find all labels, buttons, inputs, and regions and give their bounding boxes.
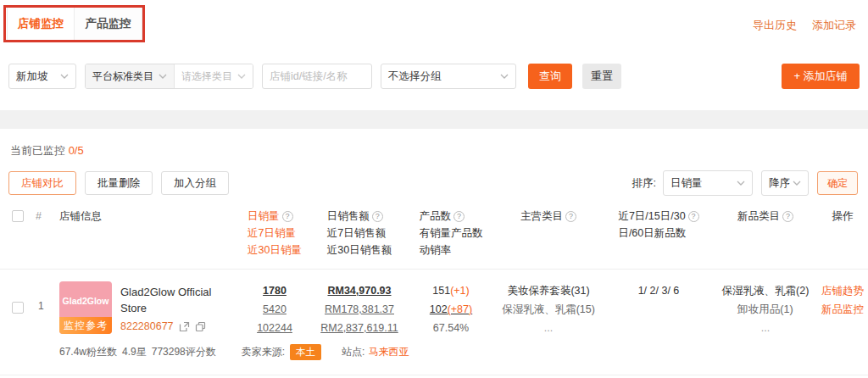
new-items-cell: 1/ 2/ 3/ 6: [604, 281, 714, 337]
store-name[interactable]: Glad2Glow Official Store: [120, 284, 239, 316]
chevron-down-icon: [237, 74, 246, 79]
sort-field-select[interactable]: 日销量: [663, 170, 753, 196]
followers-count: 67.4w粉丝数: [59, 345, 117, 359]
help-icon[interactable]: ?: [372, 211, 383, 222]
col-sales-header[interactable]: 日销量? 近7日销量 近30日销量: [239, 208, 310, 258]
amount-30d-value[interactable]: RM2,837,619.11: [320, 322, 398, 334]
product-count-delta: (+1): [450, 285, 470, 297]
help-icon[interactable]: ?: [282, 211, 293, 222]
col-products-header[interactable]: 产品数? 有销量产品数 动销率: [409, 208, 493, 258]
main-category-2: 保湿乳液、乳霜(15): [493, 300, 604, 319]
col-new-category-header: 新品类目?: [714, 208, 817, 258]
region-select-value: 新加坡: [16, 69, 48, 84]
site-value[interactable]: 马来西亚: [368, 345, 409, 359]
daily-sales-value[interactable]: 1780: [263, 285, 287, 297]
add-to-group-button[interactable]: 加入分组: [161, 171, 229, 195]
reviews-count: 773298评分数: [152, 345, 216, 359]
rating-value: 4.9星: [122, 345, 147, 359]
row-index: 1: [31, 281, 53, 337]
category-type-value: 平台标准类目: [92, 69, 153, 84]
main-category-cell: 美妆保养套装(31) 保湿乳液、乳霜(15) ...: [493, 281, 604, 337]
seller-source-badge: 本土: [290, 344, 321, 360]
filter-bar: 新加坡 平台标准类目 请选择类目 不选择分组 查询 重置 + 添加店铺: [8, 64, 860, 89]
table-row: 1 Glad2Glow 监控参考 Glad2Glow Official Stor…: [0, 270, 868, 337]
reset-button[interactable]: 重置: [582, 64, 621, 89]
action-cell: 店铺趋势 新品监控: [817, 281, 868, 337]
category-compound-select: 平台标准类目 请选择类目: [85, 64, 253, 89]
store-trend-link[interactable]: 店铺趋势: [817, 281, 868, 300]
chevron-down-icon: [60, 74, 69, 79]
new-category-2: 卸妆用品(1): [714, 300, 817, 319]
sort-order-select[interactable]: 降序: [761, 170, 809, 196]
copy-icon[interactable]: [195, 321, 206, 332]
products-cell: 151(+1) 102(+87) 67.54%: [409, 281, 493, 337]
chevron-down-icon: [159, 74, 167, 79]
sell-through-rate: 67.54%: [433, 322, 469, 334]
main-category-more[interactable]: ...: [493, 319, 604, 337]
col-index-header: #: [31, 208, 53, 258]
amount-7d-value[interactable]: RM178,381.37: [325, 303, 394, 315]
select-all-checkbox[interactable]: [12, 210, 24, 222]
row-checkbox[interactable]: [12, 302, 24, 314]
store-id[interactable]: 822280677: [120, 320, 174, 332]
help-icon[interactable]: ?: [453, 211, 465, 222]
sales-cell: 1780 5420 102244: [239, 281, 310, 337]
table-header-row: # 店铺信息 日销量? 近7日销量 近30日销量 日销售额? 近7日销售额 近3…: [0, 208, 868, 270]
sort-order-value: 降序: [769, 176, 790, 191]
tab-product-monitor[interactable]: 产品监控: [75, 7, 142, 41]
store-search-field: [262, 64, 372, 89]
external-link-icon[interactable]: [179, 321, 190, 332]
col-amount-header[interactable]: 日销售额? 近7日销售额 近30日销售额: [310, 208, 409, 258]
tab-product-monitor-label: 产品监控: [86, 16, 131, 31]
group-select[interactable]: 不选择分组: [381, 64, 516, 89]
site-label: 站点:: [342, 345, 364, 359]
chevron-down-icon: [793, 181, 801, 186]
sales-30d-value[interactable]: 102244: [257, 322, 292, 334]
store-info-cell: Glad2Glow 监控参考 Glad2Glow Official Store …: [53, 281, 239, 337]
help-icon[interactable]: ?: [782, 211, 793, 222]
category-type-select[interactable]: 平台标准类目: [86, 64, 175, 88]
main-category-1: 美妆保养套装(31): [493, 281, 604, 300]
monitor-count-line: 当前已监控 0/5: [10, 143, 868, 158]
new-category-more[interactable]: ...: [714, 319, 817, 337]
col-main-category-header: 主营类目?: [493, 208, 604, 258]
category-select-placeholder: 请选择类目: [181, 69, 232, 84]
store-substats: 67.4w粉丝数 4.9星 773298评分数 卖家来源: 本土 站点: 马来西…: [59, 344, 868, 360]
batch-delete-button[interactable]: 批量删除: [85, 171, 153, 195]
help-icon[interactable]: ?: [688, 211, 699, 222]
product-count: 151: [432, 285, 450, 297]
monitor-count-value: 0/5: [69, 144, 84, 157]
tab-store-monitor[interactable]: 店铺监控: [7, 7, 75, 41]
chevron-down-icon: [500, 74, 509, 79]
group-select-value: 不选择分组: [388, 69, 442, 84]
category-select[interactable]: 请选择类目: [175, 64, 253, 88]
store-monitor-page: 店铺监控 产品监控 导出历史 添加记录 新加坡 平台标准类目 请选择类目: [0, 0, 868, 378]
daily-amount-value[interactable]: RM34,970.93: [327, 285, 391, 297]
store-search-input[interactable]: [270, 70, 364, 82]
store-logo-text: Glad2Glow: [59, 296, 112, 306]
store-table: # 店铺信息 日销量? 近7日销量 近30日销量 日销售额? 近7日销售额 近3…: [0, 208, 868, 375]
monitor-reference-badge: 监控参考: [59, 317, 112, 334]
export-history-link[interactable]: 导出历史: [753, 18, 797, 33]
col-store-info-header: 店铺信息: [53, 208, 239, 258]
help-icon[interactable]: ?: [565, 211, 576, 222]
table-toolbar: 店铺对比 批量删除 加入分组 排序: 日销量 降序 确定: [8, 171, 858, 195]
col-action-header: 操作: [817, 208, 868, 258]
sales-7d-value[interactable]: 5420: [263, 303, 287, 315]
add-store-button[interactable]: + 添加店铺: [782, 64, 860, 89]
sort-label: 排序:: [632, 176, 656, 191]
add-record-link[interactable]: 添加记录: [812, 18, 856, 33]
tab-bar: 店铺监控 产品监控 导出历史 添加记录: [0, 0, 868, 47]
sort-field-value: 日销量: [670, 176, 703, 191]
new-product-monitor-link[interactable]: 新品监控: [817, 300, 868, 319]
store-logo[interactable]: Glad2Glow 监控参考: [59, 281, 112, 334]
region-select[interactable]: 新加坡: [8, 64, 76, 89]
sort-confirm-button[interactable]: 确定: [817, 171, 858, 195]
new-item-counts: 1/ 2/ 3/ 6: [638, 285, 680, 297]
tab-store-monitor-label: 店铺监控: [18, 16, 64, 31]
store-compare-button[interactable]: 店铺对比: [8, 171, 76, 195]
new-category-1: 保湿乳液、乳霜(2): [714, 281, 817, 300]
col-new-items-header[interactable]: 近7日/15日/30? 日/60日新品数: [604, 208, 714, 258]
products-with-sales[interactable]: 102: [430, 303, 448, 315]
query-button[interactable]: 查询: [528, 64, 572, 89]
